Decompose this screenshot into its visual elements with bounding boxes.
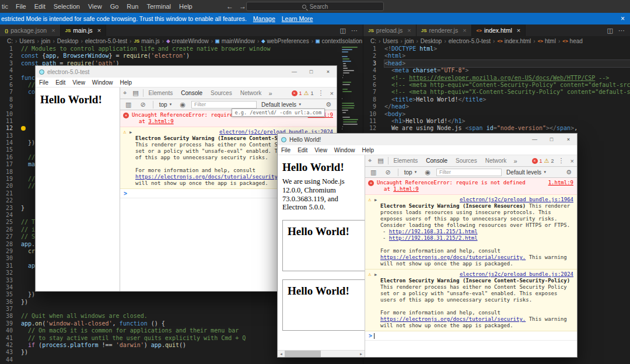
source-link[interactable]: electron/js2c/preload_bundle.js:2024 xyxy=(380,271,573,278)
scroll-right-icon[interactable]: ► xyxy=(358,352,365,356)
console-filter-input[interactable] xyxy=(191,101,257,108)
close-tab-icon[interactable]: × xyxy=(51,27,55,34)
breadcrumb-item[interactable]: electron-5.0-test xyxy=(449,38,491,44)
devtools-menu-icon[interactable]: ⋮ xyxy=(315,89,327,97)
close-tab-icon[interactable]: × xyxy=(407,27,411,34)
devtools-menu-icon[interactable]: ⋮ xyxy=(555,157,568,164)
tab-package-json[interactable]: {} package.json × xyxy=(0,24,61,36)
breadcrumb-item[interactable]: C: xyxy=(7,38,13,44)
breadcrumb-item[interactable]: ◆webPreferences xyxy=(261,38,309,44)
menu-run[interactable]: Run xyxy=(123,3,142,10)
menu-file[interactable]: File xyxy=(36,79,52,86)
expand-icon[interactable]: ▶ xyxy=(374,272,377,278)
breadcrumb-item[interactable]: Users xyxy=(19,38,34,44)
console-filter-input[interactable] xyxy=(436,169,502,176)
clear-console-icon[interactable]: ⊘ xyxy=(382,169,393,176)
source-link[interactable]: electron/js2c/preload_bundle.js:1964 xyxy=(380,197,573,203)
scroll-left-icon[interactable]: ◄ xyxy=(278,352,285,356)
tab-index-html[interactable]: <> index.html × xyxy=(472,24,526,36)
breadcrumb-item[interactable]: join xyxy=(41,38,51,44)
split-editor-icon[interactable]: ◫ xyxy=(340,27,346,34)
breadcrumb-item[interactable]: <>index.html xyxy=(497,38,531,44)
devtools-close-icon[interactable]: × xyxy=(568,158,577,164)
editor-more-actions-icon[interactable]: ⋯ xyxy=(618,27,625,34)
console-sidebar-icon[interactable]: ▥ xyxy=(123,101,134,108)
breadcrumb-item[interactable]: electron-5.0-test xyxy=(85,38,127,44)
breadcrumb-item[interactable]: join xyxy=(405,38,414,44)
devtools-tab-sources[interactable]: Sources xyxy=(206,90,236,96)
breadcrumb-item[interactable]: <>html xyxy=(538,38,556,44)
code-line[interactable]: 2<html> xyxy=(363,52,630,60)
code-line[interactable]: 3<head> xyxy=(363,60,630,67)
maximize-button[interactable]: □ xyxy=(303,66,320,78)
breadcrumb-item[interactable]: Desktop xyxy=(421,38,442,44)
menu-window[interactable]: Window xyxy=(89,79,117,86)
insecure-resource-link[interactable]: http://192.168.31.215/1.html xyxy=(389,229,478,235)
code-line[interactable]: 10<body> xyxy=(363,111,630,118)
breadcrumb-item[interactable]: Users xyxy=(383,38,398,44)
security-doc-link[interactable]: https://electronjs.org/docs/tutorial/sec… xyxy=(380,316,526,322)
code-line[interactable]: 11 <h1>Hello World!</h1> xyxy=(363,118,630,125)
security-doc-link[interactable]: https://electronjs.org/docs/tutorial/sec… xyxy=(135,174,281,180)
breadcrumb-item[interactable]: ▣contextIsolation xyxy=(316,38,362,44)
close-tab-icon[interactable]: × xyxy=(97,27,101,34)
banner-close-icon[interactable]: × xyxy=(621,15,625,23)
editor-more-actions-icon[interactable]: ⋯ xyxy=(351,27,358,34)
code-line[interactable]: 2const {app, BrowserWindow} = require('e… xyxy=(0,52,363,60)
menu-view[interactable]: View xyxy=(69,79,89,86)
menu-terminal[interactable]: Terminal xyxy=(143,3,176,10)
console-settings-icon[interactable]: ⚙ xyxy=(563,169,575,176)
live-expression-eye-icon[interactable]: ◉ xyxy=(422,169,433,176)
menu-file[interactable]: File xyxy=(278,147,294,153)
menu-help[interactable]: Help xyxy=(116,79,135,86)
device-toolbar-icon[interactable]: ▤ xyxy=(130,89,141,97)
code-line[interactable]: 6 <!-- <meta http-equiv="Content-Securit… xyxy=(363,82,630,89)
maximize-button[interactable]: □ xyxy=(543,134,560,145)
split-editor-icon[interactable]: ◫ xyxy=(607,27,613,34)
breadcrumb-item[interactable]: ◆createWindow xyxy=(166,38,209,44)
code-line[interactable]: 12 We are using Node.js <span id="node-v… xyxy=(363,125,630,132)
menu-edit[interactable]: Edit xyxy=(52,79,69,86)
command-center-search[interactable]: Search xyxy=(246,2,384,11)
close-tab-icon[interactable]: × xyxy=(517,27,520,34)
horizontal-scrollbar[interactable]: ◄ ► xyxy=(278,350,365,357)
device-toolbar-icon[interactable]: ▤ xyxy=(374,157,386,164)
devtools-tab-elements[interactable]: Elements xyxy=(390,158,422,164)
menu-view[interactable]: View xyxy=(311,147,331,153)
lightbulb-icon[interactable] xyxy=(21,126,26,131)
back-button[interactable]: ← xyxy=(226,2,233,10)
inspect-element-icon[interactable]: ⌖ xyxy=(120,89,130,97)
menu-file[interactable]: File xyxy=(12,3,30,10)
more-tabs-icon[interactable]: » xyxy=(510,158,520,164)
log-level-selector[interactable]: Default levels▼ xyxy=(505,169,548,176)
window-titlebar[interactable]: Hello World! — □ × xyxy=(278,134,577,145)
devtools-close-icon[interactable]: × xyxy=(327,90,337,97)
breadcrumb-item[interactable]: <>head xyxy=(562,38,583,44)
log-level-selector[interactable]: Default levels▼ xyxy=(260,102,303,108)
menu-edit[interactable]: Edit xyxy=(30,3,50,10)
console-prompt[interactable]: > xyxy=(365,331,577,341)
tab-renderer-js[interactable]: JS renderer.js × xyxy=(416,24,472,36)
breadcrumb-item[interactable]: ▣mainWindow xyxy=(215,38,255,44)
more-tabs-icon[interactable]: » xyxy=(265,90,275,97)
stack-link[interactable]: 3.html:9 xyxy=(148,118,173,124)
breadcrumb-item[interactable]: C: xyxy=(370,38,376,44)
menu-help[interactable]: Help xyxy=(175,3,197,10)
devtools-tab-console[interactable]: Console xyxy=(177,90,206,96)
forward-button[interactable]: → xyxy=(239,2,246,10)
code-line[interactable]: 5 <!-- https://developer.mozilla.org/en-… xyxy=(363,75,630,82)
code-line[interactable]: 1<!DOCTYPE html> xyxy=(363,46,630,52)
devtools-tab-network[interactable]: Network xyxy=(481,158,511,164)
devtools-tab-network[interactable]: Network xyxy=(236,90,266,96)
security-doc-link[interactable]: https://electronjs.org/docs/tutorial/sec… xyxy=(380,254,526,260)
menu-help[interactable]: Help xyxy=(358,147,377,153)
console-sidebar-icon[interactable]: ▥ xyxy=(368,169,379,176)
code-line[interactable]: 4 <meta charset="UTF-8"> xyxy=(363,67,630,74)
minimize-button[interactable]: — xyxy=(526,134,543,145)
minimize-button[interactable]: — xyxy=(286,66,303,78)
inspect-element-icon[interactable]: ⌖ xyxy=(365,157,374,164)
breadcrumb-item[interactable]: Desktop xyxy=(57,38,79,44)
context-selector[interactable]: top▼ xyxy=(402,169,419,176)
menu-window[interactable]: Window xyxy=(331,147,359,153)
expand-icon[interactable]: ▶ xyxy=(374,197,377,204)
